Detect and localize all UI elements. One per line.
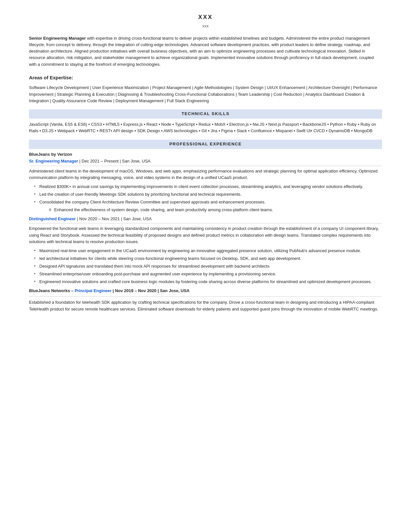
job-bullets-1: Realized $300K+ in annual cost savings b… (29, 183, 382, 213)
areas-of-expertise-section: Areas of Expertise: Software Lifecycle D… (29, 74, 382, 104)
summary-section: Senior Engineering Manager with expertis… (29, 35, 382, 68)
job-desc-2: Empowered the functional web teams in le… (29, 225, 382, 245)
job-period-3: | Nov 2019 – Nov 2020 | San Jose, USA (113, 288, 190, 293)
job-desc-3: Established a foundation for telehealth … (29, 299, 382, 312)
bullet-item: led architectural initiatives for client… (35, 255, 382, 262)
job-bullets-2: Maximized real-time user engagement in t… (29, 248, 382, 285)
job-desc-1: Administered client teams in the develop… (29, 168, 382, 181)
resume-name: XXX (29, 13, 382, 21)
section-divider (29, 296, 382, 297)
job-entry-1: BlueJeans by Verizon Sr. Engineering Man… (29, 152, 382, 213)
job-title-line-1: Sr. Engineering Manager | Dec 2021 – Pre… (29, 158, 382, 166)
bullet-item: Led the creation of user-friendly Meetin… (35, 191, 382, 198)
bullet-item: Maximized real-time user engagement in t… (35, 248, 382, 254)
contact-info: xxx (29, 23, 382, 29)
summary-bold-intro: Senior Engineering Manager (29, 36, 86, 41)
job-title-2: Distinguished Engineer (29, 216, 76, 221)
skills-text: JavaScript (Vanila, ES5 & ES6) ▪ CSS3 ▪ … (29, 121, 382, 135)
job-period-1: | Dec 2021 – Present | San Jose, USA (79, 159, 151, 163)
job-entry-2: Distinguished Engineer | Nov 2020 – Nov … (29, 216, 382, 285)
company-connector: – (71, 288, 75, 293)
header: XXX xxx (29, 13, 382, 29)
job-sub-bullets-1: Enhanced the effectiveness of system des… (39, 207, 382, 213)
bullet-item: Designed API signatures and translated t… (35, 263, 382, 270)
company-name-3: BlueJeans Networks – Principal Engineer … (29, 288, 382, 294)
job-title-line-2: Distinguished Engineer | Nov 2020 – Nov … (29, 216, 382, 224)
bullet-item: Realized $300K+ in annual cost savings b… (35, 183, 382, 190)
technical-skills-header: TECHNICAL SKILLS (29, 109, 382, 119)
areas-title: Areas of Expertise: (29, 74, 382, 82)
bullet-item: Consolidated the company Client Architec… (35, 199, 382, 213)
company-name-1: BlueJeans by Verizon (29, 152, 382, 158)
areas-text: Software Lifecycle Development | User Ex… (29, 84, 382, 104)
job-title-1: Sr. Engineering Manager (29, 159, 78, 163)
job-entry-3: BlueJeans Networks – Principal Engineer … (29, 288, 382, 312)
professional-experience-section: PROFESSIONAL EXPERIENCE BlueJeans by Ver… (29, 140, 382, 312)
job-period-2: | Nov 2020 – Nov 2021 | San Jose, USA (77, 216, 152, 221)
technical-skills-section: TECHNICAL SKILLS JavaScript (Vanila, ES5… (29, 109, 382, 134)
professional-experience-header: PROFESSIONAL EXPERIENCE (29, 140, 382, 149)
job-title-3: Principal Engineer (75, 288, 112, 293)
bullet-item: Engineered innovative solutions and craf… (35, 279, 382, 285)
bullet-item: Streamlined enterprise/user onboarding p… (35, 271, 382, 277)
sub-bullet-item: Enhanced the effectiveness of system des… (49, 207, 382, 213)
